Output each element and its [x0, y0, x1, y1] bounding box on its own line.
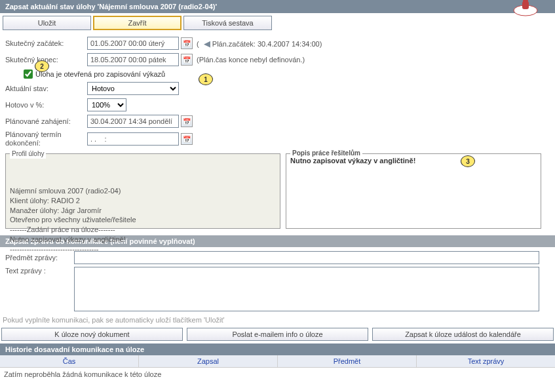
callout-2: 2	[35, 60, 49, 72]
col-text[interactable]: Text zprávy	[417, 355, 555, 367]
history-title: Historie dosavadní komunikace na úloze	[0, 343, 555, 355]
history-table-header: Čas Zapsal Předmět Text zprávy	[0, 355, 555, 368]
open-for-reports-checkbox[interactable]	[24, 69, 33, 79]
planned-start-label: Plánované zahájení:	[5, 117, 87, 125]
planned-end-label: Plánovaný termín dokončení:	[5, 130, 87, 147]
calendar-icon[interactable]: 📅	[181, 115, 193, 127]
comm-hint: Pokud vyplníte komunikaci, pak se automa…	[0, 315, 555, 325]
action-row: K úloze nový dokument Poslat e-mailem in…	[0, 325, 555, 343]
report-button[interactable]: Tisková sestava	[183, 16, 272, 30]
profile-fieldset: Profil úlohy Nájemní smlouva 2007 (radio…	[5, 153, 280, 229]
close-button[interactable]: Zavřít	[93, 16, 182, 30]
actual-end-input[interactable]	[87, 53, 179, 66]
top-button-row: Uložit Zavřít Tisková sestava	[0, 13, 555, 33]
open-for-reports-label: Úloha je otevřená pro zapisování výkazů	[35, 70, 165, 78]
calendar-icon[interactable]: 📅	[181, 133, 193, 145]
actual-start-input[interactable]	[87, 37, 179, 50]
form-area: Skutečný začátek: 📅 ( ◀ Plán.začátek: 30…	[0, 33, 555, 151]
window-title: Zapsat aktuální stav úlohy 'Nájemní smlo…	[5, 3, 217, 10]
col-time[interactable]: Čas	[0, 355, 139, 367]
done-pct-select[interactable]: 100%	[87, 98, 126, 111]
window-title-bar: Zapsat aktuální stav úlohy 'Nájemní smlo…	[0, 0, 555, 13]
profile-text: Nájemní smlouva 2007 (radio2-04) Klient …	[10, 186, 276, 254]
send-email-button[interactable]: Poslat e-mailem info o úloze	[187, 328, 368, 341]
description-fieldset: Popis práce řešitelům Nutno zapisovat vý…	[286, 153, 541, 229]
profile-legend: Profil úlohy	[10, 149, 46, 159]
stamp-icon	[509, 0, 542, 18]
col-subject[interactable]: Předmět	[278, 355, 417, 367]
save-button[interactable]: Uložit	[3, 16, 91, 30]
actual-end-side: (Plán.čas konce nebyl definován.)	[197, 56, 305, 64]
planned-end-input[interactable]	[87, 132, 179, 146]
callout-3: 3	[461, 155, 475, 167]
description-text: Nutno zapisovat výkazy v angličtině!	[290, 157, 537, 165]
calendar-icon[interactable]: 📅	[181, 37, 193, 49]
col-author[interactable]: Zapsal	[139, 355, 278, 367]
calendar-icon[interactable]: 📅	[181, 54, 193, 66]
done-pct-label: Hotovo v %:	[5, 101, 87, 109]
history-empty: Zatím neproběhla žádná komunikace k této…	[0, 368, 555, 381]
message-textarea[interactable]	[74, 267, 539, 311]
status-select[interactable]: Hotovo	[87, 82, 179, 95]
description-legend: Popis práce řešitelům	[290, 149, 362, 157]
actual-start-label: Skutečný začátek:	[5, 39, 87, 47]
actual-start-side: ( ◀ Plán.začátek: 30.4.2007 14:34:00)	[197, 39, 322, 49]
callout-1: 1	[199, 73, 213, 85]
planned-start-input[interactable]	[87, 115, 179, 128]
fieldsets-row: Profil úlohy Nájemní smlouva 2007 (radio…	[0, 151, 555, 231]
new-document-button[interactable]: K úloze nový dokument	[1, 328, 183, 341]
calendar-event-button[interactable]: Zapsat k úloze událost do kalendáře	[372, 328, 554, 341]
status-label: Aktuální stav:	[5, 85, 87, 92]
